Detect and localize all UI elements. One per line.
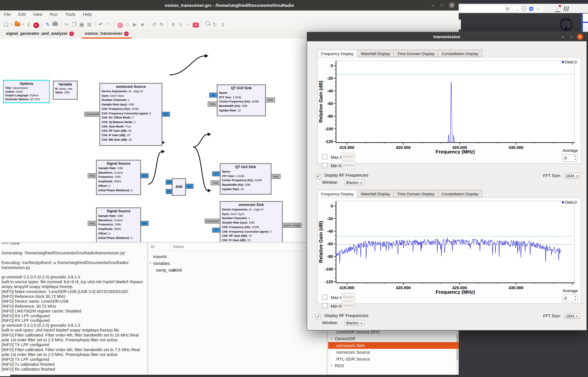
menu-tools[interactable]: Tools [61,11,79,18]
menu-help[interactable]: Help [79,11,95,18]
copy-icon[interactable]: ❐ [70,20,78,29]
flowgraph-properties-icon[interactable]: ◇ [124,20,131,29]
close-tab-icon[interactable]: ✕ [32,20,40,29]
tab-close-icon[interactable]: ✕ [69,32,74,36]
minimize-icon[interactable]: – [560,34,565,39]
library-item-osmosdr[interactable]: ▾OsmoSDR [328,335,459,342]
block-qt-gui-sink-1[interactable]: QT GUI SinkName: FFT Size: 1.024kCenter … [217,84,266,116]
tab-osmos-transceiver[interactable]: osmos_transceiver✕ [82,29,132,37]
max-hold-reset-button[interactable]: Reset [342,153,355,160]
tab-constellation-display[interactable]: Constellation Display [438,49,482,57]
edit-mode-icon[interactable]: ✎ [44,20,51,29]
fast-forward-icon[interactable]: » [184,20,192,29]
translate-icon[interactable]: G [529,7,533,11]
port-freq[interactable]: freq [208,102,218,106]
overflow-menu-icon[interactable]: … [515,7,519,11]
console-panel[interactable]: >>> DoneGenerating: '/home/siegfried/Doc… [0,243,147,376]
undo-icon[interactable]: ↶ [97,20,105,29]
delete-icon[interactable]: ⊠ [86,20,93,29]
tab-signal-generator-and-analyzer[interactable]: signal_generator_and_analyzer✕ [3,29,77,37]
block-add[interactable]: Addin0in1out [172,178,186,196]
redo-icon[interactable]: ↷ [104,20,112,29]
display-rf-checkbox[interactable] [316,314,321,319]
port-freq[interactable]: freq [88,221,97,226]
port-in[interactable]: in [212,171,220,176]
browser-url-bar[interactable]: ▤ … ∨ G ☆ [461,5,544,13]
caret-icon[interactable]: ▾ [10,20,13,29]
spin-arrows-icon[interactable]: ▲▼ [574,295,576,302]
port-freq[interactable]: freq [88,173,97,178]
open-hier-block-icon[interactable]: ⋔ [177,20,184,29]
pocket-icon[interactable]: ∨ [522,6,527,11]
reader-mode-icon[interactable]: ▤ [506,6,509,11]
tab-waterfall-display[interactable]: Waterfall Display [357,49,394,57]
open-flowgraph-icon[interactable] [13,20,21,29]
tree-expander-icon[interactable]: ▸ [331,362,332,369]
port-in1[interactable]: in1 [166,189,173,194]
caret-icon[interactable]: ▾ [21,20,25,29]
save-flowgraph-icon[interactable]: ⇓ [25,20,32,29]
paste-icon[interactable]: ▣ [78,20,86,29]
variables-row-variables[interactable]: ▾Variables [149,260,327,267]
spin-arrows-icon[interactable]: ▲▼ [574,155,576,161]
port-in[interactable]: in [209,93,218,97]
close-icon[interactable]: ✕ [449,2,455,8]
tab-close-icon[interactable]: ✕ [124,32,129,36]
average-spinbox[interactable]: 0 ▲▼ [562,154,577,162]
port-in0[interactable]: in0 [166,180,173,184]
port-out[interactable]: out [140,173,149,178]
grc-titlebar[interactable]: osmos_transceiver.grc - /home/siegfried/… [0,0,459,11]
fft-size-dropdown[interactable]: 1024▼ [564,173,580,179]
execute-icon[interactable]: ■ [139,20,146,29]
tree-expander-icon[interactable]: ▾ [331,335,332,342]
block-variable[interactable]: VariableId: samp_rateValue: 10M [53,81,78,100]
min-hold-checkbox[interactable] [322,303,327,308]
block-signal-source-2[interactable]: Signal SourceSample Rate: 10MWaveform: C… [96,207,141,243]
menu-edit[interactable]: Edit [14,11,29,18]
search-blocks-icon[interactable] [204,20,211,29]
block-osmocom-source[interactable]: osmocom SourceDevice Arguments: dr...oap… [99,83,162,146]
tab-frequency-display[interactable]: Frequency Display [317,190,357,197]
bookmark-star-icon[interactable]: ☆ [536,6,541,12]
maximize-icon[interactable]: □ [439,2,444,8]
fft-size-dropdown[interactable]: 1024▼ [564,313,580,319]
create-hier-block-icon[interactable]: ⋔ [170,20,177,29]
close-icon[interactable]: ✕ [577,34,583,40]
tab-waterfall-display[interactable]: Waterfall Display [357,190,394,197]
port-out[interactable]: out [185,184,194,188]
port-out[interactable]: out [140,221,149,226]
panel-splitter-vertical-1[interactable] [147,243,149,377]
library-icon[interactable] [564,6,570,11]
minimize-icon[interactable]: – [430,2,435,8]
tab-constellation-display[interactable]: Constellation Display [438,190,482,197]
display-rf-checkbox[interactable] [316,174,321,179]
cut-icon[interactable]: ✂ [63,20,70,29]
max-hold-reset-button[interactable]: Reset [342,293,355,301]
max-hold-checkbox[interactable] [322,154,327,159]
downloads-icon[interactable]: ↓ [555,6,560,12]
min-hold-checkbox[interactable] [322,163,327,168]
window-dropdown[interactable]: Blackm▼ [344,180,365,185]
min-hold-reset-button[interactable]: Reset [342,302,355,309]
library-item-osmocom-source[interactable]: osmocom Source [328,349,459,356]
rotate-cw-icon[interactable]: ↻ [158,20,165,29]
print-icon[interactable] [51,20,59,29]
block-options[interactable]: OptionsTitle: transmissionAuthor: tester… [3,80,50,103]
library-item-osmocom-sink[interactable]: osmocom Sink [328,342,459,349]
transmission-titlebar[interactable]: transmission – □ ✕ [307,32,587,41]
port-in[interactable]: in [212,228,220,233]
average-spinbox[interactable]: 0 ▲▼ [562,295,577,302]
kill-flowgraph-icon[interactable]: ⊘ [192,20,200,29]
port-command[interactable]: command [84,112,100,117]
window-dropdown[interactable]: Blackm▼ [344,320,365,326]
generate-icon[interactable]: ▶ [131,20,139,29]
goto-parser-errors-icon[interactable]: ↴ [219,20,226,29]
variables-row-imports[interactable]: Imports [149,253,327,260]
maximize-icon[interactable]: □ [569,34,574,39]
rotate-ccw-icon[interactable]: ↺ [150,20,158,29]
tab-time-domain-display[interactable]: Time Domain Display [394,49,438,57]
new-flowgraph-icon[interactable]: ❏ [2,20,10,29]
menu-run[interactable]: Run [46,11,62,18]
reload-blocks-icon[interactable]: ↻ [211,20,219,29]
port-out[interactable]: out [162,112,170,117]
